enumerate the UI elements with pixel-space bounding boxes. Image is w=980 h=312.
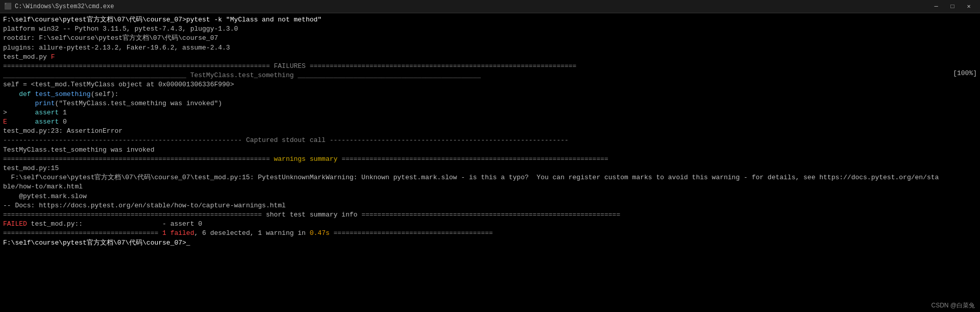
- terminal-line-self_line: self = <test_mod.TestMyClass object at 0…: [3, 80, 977, 89]
- terminal-line-prompt: F:\self\course\pytest官方文档\07\代码\course_0…: [3, 238, 977, 248]
- terminal-line-cmd: F:\self\course\pytest官方文档\07\代码\course_0…: [3, 15, 977, 25]
- cmd-icon: ⬛: [4, 3, 12, 10]
- terminal-line-sep_captured: ----------------------------------------…: [3, 136, 977, 145]
- terminal-window: ⬛ C:\Windows\System32\cmd.exe ─ □ ✕ F:\s…: [0, 0, 980, 312]
- titlebar: ⬛ C:\Windows\System32\cmd.exe ─ □ ✕: [0, 0, 980, 13]
- terminal-line-failed_line: FAILED test_mod.py:: - assert 0: [3, 220, 977, 229]
- terminal-line-warn_detail: F:\self\course\pytest官方文档\07\代码\course_0…: [3, 173, 977, 182]
- terminal-line-assert_err: E assert 0: [3, 117, 977, 127]
- progress-badge: [100%]: [953, 69, 977, 77]
- terminal-line-sep_summary: ========================================…: [3, 210, 977, 220]
- terminal-line-plugins: plugins: allure-pytest-2.13.2, Faker-19.…: [3, 43, 977, 53]
- terminal-body: F:\self\course\pytest官方文档\07\代码\course_0…: [0, 13, 980, 312]
- terminal-line-sep_result: ======================================= …: [3, 229, 977, 238]
- terminal-line-error_line: test_mod.py:23: AssertionError: [3, 127, 977, 136]
- close-button[interactable]: ✕: [962, 2, 976, 12]
- minimize-button[interactable]: ─: [929, 2, 943, 12]
- terminal-line-warn_detail2: ble/how-to/mark.html: [3, 182, 977, 191]
- terminal-line-warn_file: test_mod.py:15: [3, 164, 977, 173]
- window-title: C:\Windows\System32\cmd.exe: [15, 3, 114, 10]
- terminal-line-def_line: def test_something(self):: [3, 90, 977, 99]
- titlebar-left: ⬛ C:\Windows\System32\cmd.exe: [4, 3, 114, 10]
- terminal-line-testfile: test_mod.py F: [3, 53, 977, 62]
- terminal-line-docs_line: -- Docs: https://docs.pytest.org/en/stab…: [3, 201, 977, 210]
- terminal-line-print_line: print("TestMyClass.test_something was in…: [3, 99, 977, 108]
- terminal-content: F:\self\course\pytest官方文档\07\代码\course_0…: [3, 15, 977, 248]
- terminal-line-platform: platform win32 -- Python 3.11.5, pytest-…: [3, 25, 977, 34]
- terminal-line-captured_val: TestMyClass.test_something was invoked: [3, 146, 977, 155]
- terminal-line-assert_arrow: > assert 1: [3, 108, 977, 117]
- terminal-line-sep_warnings: ========================================…: [3, 155, 977, 164]
- watermark: CSDN @白菜兔: [931, 301, 975, 310]
- terminal-line-warn_mark: @pytest.mark.slow: [3, 192, 977, 201]
- terminal-line-sep_failures: ========================================…: [3, 62, 977, 71]
- terminal-line-header_test: ________________________________________…: [3, 71, 977, 80]
- maximize-button[interactable]: □: [945, 2, 960, 12]
- titlebar-controls[interactable]: ─ □ ✕: [929, 2, 976, 12]
- terminal-line-rootdir: rootdir: F:\self\course\pytest官方文档\07\代码…: [3, 34, 977, 43]
